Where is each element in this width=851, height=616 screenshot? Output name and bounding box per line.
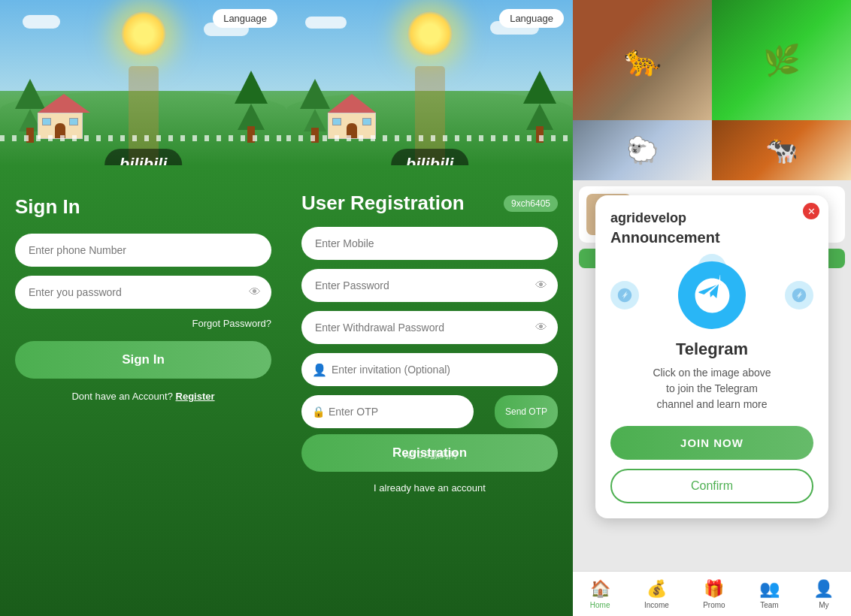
reg-sun	[407, 11, 453, 56]
tree-right	[235, 71, 268, 143]
nav-my-label: My	[819, 601, 828, 609]
reg-tree-right	[523, 71, 556, 143]
already-account-link[interactable]: I already have an account	[301, 482, 558, 494]
password-toggle-icon[interactable]: 👁	[249, 285, 261, 299]
cloud-1	[23, 15, 60, 29]
grass-image: 🌿	[712, 0, 851, 120]
app-content-area: 🐑 $200 - 45 days Total Profit $900.00 Qu…	[573, 180, 851, 571]
team-icon: 👥	[759, 579, 780, 599]
reg-fence	[286, 135, 573, 141]
sun	[121, 11, 166, 56]
app-bg-images: 🐆 🌿	[573, 0, 851, 120]
nav-promo[interactable]: 🎁 Promo	[703, 579, 725, 609]
reg-body: User Registration 9xch6405 👁 👁 👤 🔒 Send …	[286, 165, 573, 616]
withdrawal-wrapper: 👁	[301, 311, 558, 344]
nav-income[interactable]: 💰 Income	[644, 579, 669, 609]
signin-panel: bilibili Language Sign In 👁 Forgot Passw…	[0, 0, 286, 616]
modal-title-line1: agridevelop	[610, 210, 813, 226]
signin-lang-btn[interactable]: Language	[213, 9, 277, 28]
signin-logo: bilibili	[104, 149, 183, 165]
send-otp-button[interactable]: Send OTP	[495, 395, 558, 428]
otp-field-container: 🔒	[301, 395, 489, 428]
home-icon: 🏠	[590, 579, 610, 599]
invitation-input[interactable]	[301, 353, 558, 386]
nav-promo-label: Promo	[703, 601, 725, 609]
float-icon-right	[785, 281, 813, 310]
reg-title-row: User Registration 9xch6405	[301, 192, 558, 215]
app-bg-row2: 🐑 🐄	[573, 120, 851, 180]
fence	[0, 135, 286, 141]
reg-house-left	[328, 94, 376, 139]
announcement-modal: ✕ agridevelop Announcement	[595, 195, 828, 518]
signin-body: Sign In 👁 Forgot Password? Sign In Dont …	[0, 165, 286, 616]
nav-home[interactable]: 🏠 Home	[590, 579, 610, 609]
modal-title-line2: Announcement	[610, 229, 813, 246]
registration-button[interactable]: Registration	[301, 434, 558, 472]
bottom-nav: 🏠 Home 💰 Income 🎁 Promo 👥 Team 👤 My	[573, 571, 851, 616]
my-icon: 👤	[813, 579, 834, 599]
reg-title: User Registration	[301, 192, 465, 215]
modal-description: Click on the image aboveto join the Tele…	[610, 365, 813, 412]
modal-service-name: Telegram	[610, 340, 813, 359]
reg-logo: bilibili	[391, 149, 469, 165]
forgot-password-link[interactable]: Forgot Password?	[15, 318, 271, 329]
withdrawal-toggle-icon[interactable]: 👁	[535, 321, 547, 334]
nav-my[interactable]: 👤 My	[813, 579, 834, 609]
sheep-image: 🐑	[573, 120, 712, 180]
nav-income-label: Income	[644, 601, 669, 609]
mobile-input[interactable]	[301, 227, 558, 260]
reg-cloud-1	[305, 17, 347, 29]
sign-in-button[interactable]: Sign In	[15, 341, 271, 379]
password-input[interactable]	[15, 276, 271, 309]
telegram-icon	[692, 275, 733, 316]
float-icon-left	[610, 281, 639, 310]
promo-icon: 🎁	[704, 579, 724, 599]
register-link[interactable]: Register	[176, 391, 215, 402]
lock-icon: 🔒	[312, 406, 325, 418]
cat-image: 🐆	[573, 0, 712, 120]
otp-wrapper: 🔒 Send OTP	[301, 395, 558, 428]
nav-team[interactable]: 👥 Team	[759, 579, 780, 609]
cow-image: 🐄	[712, 120, 851, 180]
nav-team-label: Team	[760, 601, 778, 609]
confirm-button[interactable]: Confirm	[610, 469, 813, 503]
reg-tree-left	[300, 79, 330, 143]
phone-field-wrapper	[15, 234, 271, 267]
mobile-field-wrapper	[301, 227, 558, 260]
reg-password-wrapper: 👁	[301, 269, 558, 302]
signin-header: bilibili Language	[0, 0, 286, 165]
user-icon: 👤	[312, 363, 327, 377]
reg-password-input[interactable]	[301, 269, 558, 302]
watermark-area: Registration WYDS源码网	[301, 428, 558, 482]
signin-title: Sign In	[15, 195, 271, 219]
modal-close-button[interactable]: ✕	[803, 203, 819, 219]
register-prompt: Dont have an Account? Register	[15, 391, 271, 402]
phone-input[interactable]	[15, 234, 271, 267]
app-panel: 🐆 🌿 🐑 🐄 🐑 $200 - 45 days Total Profit $9…	[573, 0, 851, 616]
withdrawal-input[interactable]	[301, 311, 558, 344]
password-field-wrapper: 👁	[15, 276, 271, 309]
reg-code-badge: 9xch6405	[504, 195, 558, 212]
telegram-circle[interactable]	[678, 261, 746, 329]
nav-home-label: Home	[590, 601, 610, 609]
income-icon: 💰	[647, 579, 667, 599]
join-now-button[interactable]: JOIN NOW	[610, 426, 813, 460]
registration-panel: bilibili Language User Registration 9xch…	[286, 0, 573, 616]
invitation-wrapper: 👤	[301, 353, 558, 386]
house-left	[38, 94, 90, 139]
otp-input[interactable]	[301, 395, 474, 428]
reg-lang-btn[interactable]: Language	[499, 9, 564, 28]
reg-password-toggle-icon[interactable]: 👁	[535, 279, 547, 292]
telegram-icon-area[interactable]	[610, 261, 813, 329]
reg-header: bilibili Language	[286, 0, 573, 165]
